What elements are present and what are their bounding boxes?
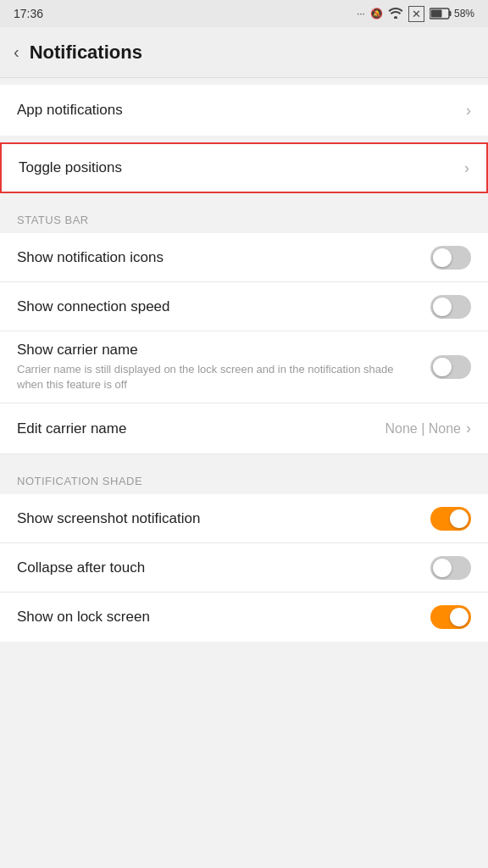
- toggle-positions-label: Toggle positions: [19, 159, 122, 176]
- show-notification-icons-text: Show notification icons: [17, 239, 430, 276]
- show-on-lock-screen-text: Show on lock screen: [17, 598, 430, 636]
- app-notifications-section: App notifications ›: [0, 85, 488, 136]
- show-screenshot-notification-toggle[interactable]: [430, 507, 471, 531]
- status-bar-section: STATUS BAR Show notification icons Show …: [0, 200, 488, 454]
- edit-carrier-right: None | None ›: [385, 420, 471, 437]
- show-notification-icons-row: Show notification icons: [0, 233, 488, 282]
- show-on-lock-screen-track: [430, 605, 471, 629]
- toggle-positions-chevron: ›: [464, 159, 469, 177]
- content: App notifications › Toggle positions › S…: [0, 78, 488, 642]
- toggle-positions-item[interactable]: Toggle positions ›: [0, 142, 488, 193]
- dots-icon: ···: [357, 8, 365, 19]
- edit-carrier-name-row[interactable]: Edit carrier name None | None ›: [0, 403, 488, 454]
- collapse-after-touch-label: Collapse after touch: [17, 559, 417, 576]
- show-carrier-name-thumb: [433, 358, 452, 376]
- show-connection-speed-thumb: [433, 298, 452, 316]
- battery-percent: 58%: [454, 8, 474, 19]
- svg-rect-1: [449, 11, 452, 16]
- show-on-lock-screen-label: Show on lock screen: [17, 609, 417, 626]
- notification-shade-section: NOTIFICATION SHADE Show screenshot notif…: [0, 461, 488, 642]
- show-connection-speed-toggle[interactable]: [430, 295, 471, 319]
- top-gap: [0, 78, 488, 85]
- show-notification-icons-toggle[interactable]: [430, 246, 471, 270]
- svg-rect-2: [430, 10, 441, 18]
- show-carrier-name-sublabel: Carrier name is still displayed on the l…: [17, 362, 417, 392]
- show-screenshot-notification-thumb: [450, 509, 469, 528]
- show-notification-icons-label: Show notification icons: [17, 249, 417, 266]
- collapse-after-touch-thumb: [433, 559, 452, 577]
- app-notifications-chevron: ›: [466, 102, 471, 120]
- show-screenshot-notification-track: [430, 507, 471, 531]
- sim-icon: ✕: [408, 6, 424, 22]
- show-carrier-name-track: [430, 355, 471, 379]
- edit-carrier-name-label: Edit carrier name: [17, 420, 126, 437]
- wifi-icon: [388, 7, 403, 21]
- app-notifications-label: App notifications: [17, 102, 123, 119]
- show-carrier-name-row: Show carrier name Carrier name is still …: [0, 331, 488, 403]
- page-title: Notifications: [30, 42, 142, 64]
- status-bar-header: STATUS BAR: [0, 200, 488, 233]
- show-connection-speed-row: Show connection speed: [0, 282, 488, 331]
- collapse-after-touch-toggle[interactable]: [430, 556, 471, 580]
- show-on-lock-screen-toggle[interactable]: [430, 605, 471, 629]
- show-connection-speed-track: [430, 295, 471, 319]
- header: ‹ Notifications: [0, 27, 488, 78]
- show-carrier-name-text: Show carrier name Carrier name is still …: [17, 331, 430, 403]
- back-button[interactable]: ‹: [14, 42, 19, 62]
- battery-icon: 58%: [430, 8, 474, 19]
- show-notification-icons-thumb: [433, 248, 452, 267]
- show-carrier-name-label: Show carrier name: [17, 342, 417, 359]
- spacer-1: [0, 136, 488, 142]
- edit-carrier-chevron: ›: [466, 420, 471, 437]
- show-on-lock-screen-row: Show on lock screen: [0, 593, 488, 642]
- collapse-after-touch-track: [430, 556, 471, 580]
- collapse-after-touch-row: Collapse after touch: [0, 543, 488, 593]
- status-time: 17:36: [14, 7, 43, 20]
- show-screenshot-notification-label: Show screenshot notification: [17, 510, 417, 527]
- mute-icon: 🔕: [370, 8, 383, 19]
- show-connection-speed-text: Show connection speed: [17, 288, 430, 326]
- show-carrier-name-toggle[interactable]: [430, 355, 471, 379]
- show-screenshot-notification-text: Show screenshot notification: [17, 500, 430, 537]
- notification-shade-header: NOTIFICATION SHADE: [0, 461, 488, 494]
- show-on-lock-screen-thumb: [450, 608, 469, 626]
- app-notifications-item[interactable]: App notifications ›: [0, 85, 488, 136]
- show-connection-speed-label: Show connection speed: [17, 298, 417, 315]
- status-bar: 17:36 ··· 🔕 ✕ 58%: [0, 0, 488, 27]
- show-screenshot-notification-row: Show screenshot notification: [0, 494, 488, 543]
- status-icons: ··· 🔕 ✕ 58%: [357, 6, 474, 22]
- edit-carrier-value: None | None: [385, 421, 461, 437]
- show-notification-icons-track: [430, 246, 471, 270]
- collapse-after-touch-text: Collapse after touch: [17, 549, 430, 587]
- spacer-2: [0, 193, 488, 200]
- spacer-3: [0, 454, 488, 461]
